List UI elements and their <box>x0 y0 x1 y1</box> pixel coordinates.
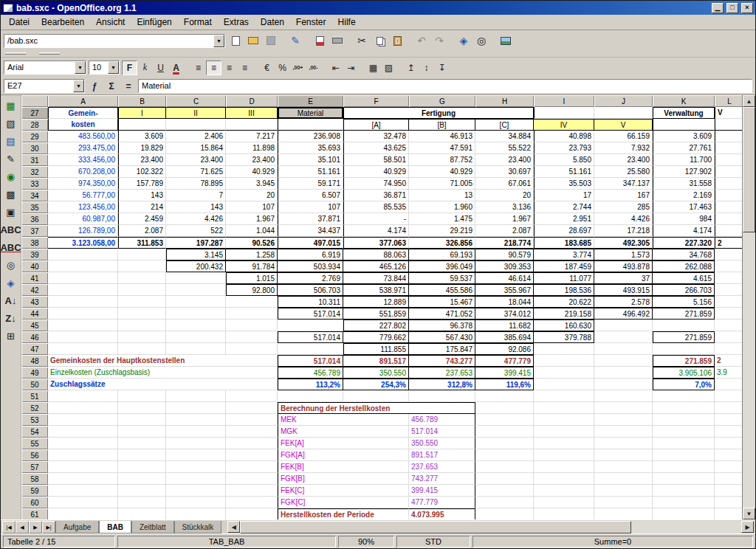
cell-B45[interactable] <box>118 320 166 331</box>
cell-K60[interactable] <box>653 497 715 508</box>
cell-K61[interactable] <box>653 508 715 519</box>
cell-I50[interactable] <box>534 379 594 390</box>
cell-F41[interactable]: 73.844 <box>343 272 409 284</box>
cell-D56[interactable] <box>226 449 278 461</box>
cell-H44[interactable]: 374.012 <box>475 308 534 320</box>
row-header-33[interactable]: 33 <box>21 178 48 190</box>
row-header-42[interactable]: 42 <box>21 284 48 296</box>
scroll-left-button[interactable]: ◀ <box>227 521 240 533</box>
cell-E46[interactable]: 517.014 <box>278 331 343 343</box>
vertical-scrollbar[interactable]: ▲ ▼ <box>742 95 755 519</box>
cell-K44[interactable]: 271.859 <box>653 308 715 320</box>
cell-E50[interactable]: 113,2% <box>278 379 343 390</box>
cell-I30[interactable]: 23.793 <box>534 142 594 154</box>
cell-D55[interactable] <box>226 438 278 449</box>
cell-A27[interactable]: Gemein- <box>48 107 118 119</box>
insert-icon[interactable]: ▦ <box>2 97 20 114</box>
row-header-37[interactable]: 37 <box>21 225 48 237</box>
cell-G61[interactable]: 4.073.995 <box>409 508 475 519</box>
cell-D31[interactable]: 23.400 <box>226 154 278 166</box>
cell-B46[interactable] <box>118 331 166 343</box>
cell-D47[interactable] <box>226 343 278 355</box>
font-size-combo[interactable]: 10 ▼ <box>89 61 120 75</box>
cell-L55[interactable] <box>715 438 742 449</box>
cell-G33[interactable]: 71.005 <box>409 178 475 190</box>
cell-A30[interactable]: 293.475,00 <box>48 142 118 154</box>
toolbar-grip[interactable] <box>39 52 60 55</box>
cell-L39[interactable] <box>715 249 742 260</box>
borders-button[interactable]: ▦ <box>365 61 381 75</box>
cell-J48[interactable] <box>594 355 653 367</box>
cell-E43[interactable]: 10.311 <box>278 296 343 308</box>
cell-E40[interactable]: 503.934 <box>278 260 343 272</box>
cell-L60[interactable] <box>715 497 742 508</box>
cell-G28[interactable]: [B] <box>409 119 475 131</box>
row-header-34[interactable]: 34 <box>21 190 48 201</box>
new-document-icon[interactable] <box>227 32 244 49</box>
maximize-button[interactable]: □ <box>726 3 738 13</box>
cell-F36[interactable]: - <box>343 213 409 225</box>
cell-K27[interactable]: Verwaltung <box>653 107 715 119</box>
row-header-27[interactable]: 27 <box>21 107 48 119</box>
cell-C31[interactable]: 23.400 <box>166 154 226 166</box>
cell-H61[interactable] <box>475 508 534 519</box>
cell-B31[interactable]: 23.400 <box>118 154 166 166</box>
cell-F32[interactable]: 40.929 <box>343 166 409 178</box>
edit-file-icon[interactable]: ✎ <box>286 32 304 49</box>
insert-object-icon[interactable]: ▤ <box>2 133 20 149</box>
cell-H31[interactable]: 23.400 <box>475 154 534 166</box>
cell-B38[interactable]: 311.853 <box>118 237 166 249</box>
cell-J36[interactable]: 4.426 <box>594 213 653 225</box>
row-header-61[interactable]: 61 <box>21 508 48 519</box>
cell-B47[interactable] <box>118 343 166 355</box>
form-functions-icon[interactable]: ◉ <box>2 168 20 184</box>
cell-J34[interactable]: 167 <box>594 190 653 201</box>
cell-A41[interactable] <box>48 272 118 284</box>
sum-button[interactable]: Σ <box>104 79 119 93</box>
cell-I33[interactable]: 35.503 <box>534 178 594 190</box>
close-button[interactable]: × <box>741 3 753 13</box>
underline-button[interactable]: U <box>153 61 168 75</box>
cell-F42[interactable]: 538.971 <box>343 284 409 296</box>
choose-themes-icon[interactable]: ▣ <box>2 204 20 220</box>
cell-C45[interactable] <box>166 320 226 331</box>
cell-A47[interactable] <box>48 343 118 355</box>
cell-J52[interactable] <box>594 402 653 414</box>
cell-I47[interactable] <box>534 343 594 355</box>
cell-D44[interactable] <box>226 308 278 320</box>
cell-D53[interactable] <box>226 414 278 426</box>
cell-A40[interactable] <box>48 260 118 272</box>
cell-F37[interactable]: 4.174 <box>343 225 409 237</box>
cell-E42[interactable]: 506.703 <box>278 284 343 296</box>
cell-D52[interactable] <box>226 402 278 414</box>
cell-G60[interactable]: 477.779 <box>409 497 475 508</box>
cell-G47[interactable]: 175.847 <box>409 343 475 355</box>
cell-L59[interactable] <box>715 485 742 497</box>
cell-F44[interactable]: 551.859 <box>343 308 409 320</box>
cell-B42[interactable] <box>118 284 166 296</box>
cell-D54[interactable] <box>226 426 278 438</box>
cell-J33[interactable]: 347.137 <box>594 178 653 190</box>
cell-A45[interactable] <box>48 320 118 331</box>
previous-sheet-button[interactable]: ◀ <box>16 521 29 534</box>
cell-D34[interactable]: 20 <box>226 190 278 201</box>
cell-L27[interactable]: V <box>715 107 742 119</box>
cell-I35[interactable]: 2.744 <box>534 201 594 213</box>
select-all-corner[interactable] <box>21 95 48 107</box>
cell-B61[interactable] <box>118 508 166 519</box>
row-header-60[interactable]: 60 <box>21 497 48 508</box>
cell-K58[interactable] <box>653 473 715 485</box>
cell-L52[interactable] <box>715 402 742 414</box>
cell-G35[interactable]: 1.960 <box>409 201 475 213</box>
cell-I45[interactable]: 160.630 <box>534 320 594 331</box>
cell-H53[interactable] <box>475 414 534 426</box>
cell-A52[interactable] <box>48 402 118 414</box>
align-center-vertical-button[interactable]: ↕ <box>419 61 434 75</box>
cell-K54[interactable] <box>653 426 715 438</box>
cell-F38[interactable]: 377.063 <box>343 237 409 249</box>
row-header-39[interactable]: 39 <box>21 249 48 260</box>
navigator-icon[interactable]: ◈ <box>455 32 472 49</box>
cell-F29[interactable]: 32.478 <box>343 131 409 142</box>
column-header-G[interactable]: G <box>409 95 475 107</box>
cell-C30[interactable]: 15.864 <box>166 142 226 154</box>
